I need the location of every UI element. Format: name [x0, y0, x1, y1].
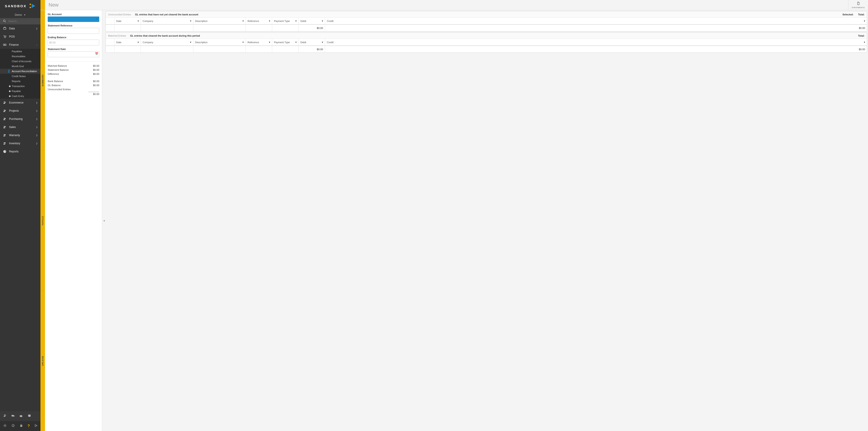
- nav-new-payable[interactable]: ✚Payable: [0, 89, 40, 94]
- nav-new-transaction[interactable]: ✚Transaction: [0, 84, 40, 89]
- stmt-date-label: Statement Date: [48, 48, 99, 51]
- help-icon[interactable]: ?: [28, 424, 30, 428]
- vtab-upload[interactable]: UPLOAD: [41, 291, 44, 431]
- filter-icon[interactable]: ▼: [269, 20, 271, 22]
- nav-finance[interactable]: Finance ⌄: [0, 41, 40, 49]
- matched-balance-label: Matched Balance: [48, 64, 67, 67]
- nav-projects[interactable]: Projects ❯: [0, 107, 40, 115]
- nav-account-reconciliation[interactable]: Account Reconciliation: [0, 69, 40, 74]
- nav-reports[interactable]: Reports: [0, 148, 40, 156]
- filter-icon[interactable]: ▼: [269, 41, 271, 43]
- users-icon: [3, 133, 7, 137]
- unreconciled-value: $0.00: [93, 93, 99, 95]
- svg-point-24: [4, 414, 5, 415]
- nav-inventory[interactable]: Inventory ❯: [0, 139, 40, 148]
- gl-account-dropdown[interactable]: [48, 17, 99, 22]
- col-company[interactable]: Company▼: [141, 18, 193, 24]
- difference-value: $0.00: [93, 72, 99, 75]
- filter-icon[interactable]: ▼: [242, 41, 244, 43]
- chevron-right-icon: ❯: [36, 27, 38, 30]
- logout-icon[interactable]: [34, 424, 38, 428]
- filter-icon[interactable]: ▼: [864, 20, 866, 22]
- filter-icon[interactable]: ▼: [137, 20, 139, 22]
- col-payment-type[interactable]: Payment Type▼: [272, 18, 299, 24]
- form-blank: [45, 98, 102, 431]
- vtab-summary[interactable]: SUMMARY: [41, 10, 44, 151]
- col-debit[interactable]: Debit▼: [299, 18, 325, 24]
- svg-point-31: [4, 425, 5, 426]
- cart-icon: [3, 35, 7, 38]
- statements-label: STATEMENTS: [852, 6, 865, 8]
- nav-data[interactable]: Data ❯: [0, 24, 40, 33]
- col-selector[interactable]: [106, 39, 114, 45]
- brand-logo: SANDBOX: [0, 0, 40, 12]
- col-reference[interactable]: Reference▼: [246, 39, 272, 45]
- stmt-date-input[interactable]: [48, 51, 99, 57]
- filter-icon[interactable]: ▼: [295, 41, 297, 43]
- col-credit[interactable]: Credit▼: [325, 39, 867, 45]
- statements-button[interactable]: STATEMENTS: [848, 0, 868, 10]
- nav-ecommerce[interactable]: Ecommerce ❯: [0, 99, 40, 107]
- nav-pos[interactable]: POS: [0, 33, 40, 41]
- brand-mark-icon: [28, 2, 36, 10]
- col-description[interactable]: Description▼: [193, 18, 246, 24]
- col-credit[interactable]: Credit▼: [325, 18, 867, 24]
- nav-reports-finance[interactable]: Reports: [0, 79, 40, 84]
- nav-warranty[interactable]: Warranty ❯: [0, 131, 40, 139]
- nav-month-end[interactable]: Month End: [0, 64, 40, 69]
- org-switcher[interactable]: Demo ▼: [0, 12, 40, 18]
- filter-icon[interactable]: ▼: [190, 20, 192, 22]
- search-icon: [3, 19, 6, 24]
- lock-icon[interactable]: [20, 424, 23, 428]
- filter-icon[interactable]: ▼: [321, 41, 323, 43]
- svg-point-20: [4, 134, 5, 135]
- bank-balance-value: $0.00: [93, 80, 99, 83]
- svg-point-9: [5, 37, 6, 38]
- col-company[interactable]: Company▼: [141, 39, 193, 45]
- calendar-icon[interactable]: 📅: [95, 52, 98, 55]
- difference-label: Difference: [48, 72, 59, 75]
- gear-icon[interactable]: [3, 424, 7, 428]
- col-payment-type[interactable]: Payment Type▼: [272, 39, 299, 45]
- sidebar-search[interactable]: [0, 18, 40, 24]
- vtab-totals[interactable]: TOTALS: [41, 151, 44, 291]
- nav-purchasing[interactable]: Purchasing ❯: [0, 115, 40, 123]
- nav-receivables[interactable]: Receivables: [0, 54, 40, 59]
- col-selector[interactable]: [106, 18, 114, 24]
- col-date[interactable]: Date▼: [114, 39, 141, 45]
- nav-label: Reports: [9, 150, 38, 153]
- filter-icon[interactable]: ▼: [137, 41, 139, 43]
- archive-icon[interactable]: [28, 414, 31, 418]
- ending-balance-input[interactable]: [48, 39, 99, 45]
- nav-sales[interactable]: Sales ❯: [0, 123, 40, 131]
- svg-point-11: [4, 44, 5, 45]
- users-icon: [3, 142, 7, 145]
- filter-icon[interactable]: ▼: [190, 41, 192, 43]
- factory-icon[interactable]: [20, 414, 23, 418]
- nav-new-cash-entry[interactable]: ✚Cash Entry: [0, 94, 40, 99]
- unreconciled-columns: Date▼ Company▼ Description▼ Reference▼ P…: [106, 18, 867, 24]
- collapse-panel-button[interactable]: ◀: [102, 10, 105, 431]
- stmt-ref-input[interactable]: [48, 28, 99, 34]
- col-description[interactable]: Description▼: [193, 39, 246, 45]
- truck-icon[interactable]: [11, 414, 15, 418]
- filter-icon[interactable]: ▼: [864, 41, 866, 43]
- nav-payables[interactable]: Payables: [0, 49, 40, 54]
- filter-icon[interactable]: ▼: [321, 20, 323, 22]
- nav-credit-notes[interactable]: Credit Notes: [0, 74, 40, 79]
- nav-chart-of-accounts[interactable]: Chart of Accounts: [0, 59, 40, 64]
- unreconciled-selected-label: Selected:: [842, 13, 854, 16]
- summary-form: GL Account Statement Reference Ending Ba…: [45, 10, 102, 62]
- group-icon[interactable]: [3, 414, 7, 418]
- nav-label: Sales: [9, 125, 34, 129]
- svg-rect-33: [20, 425, 22, 427]
- col-debit[interactable]: Debit▼: [299, 39, 325, 45]
- svg-point-14: [4, 110, 5, 111]
- clock-icon[interactable]: [11, 424, 15, 428]
- search-input[interactable]: [8, 20, 42, 23]
- svg-point-15: [5, 110, 6, 111]
- col-date[interactable]: Date▼: [114, 18, 141, 24]
- filter-icon[interactable]: ▼: [295, 20, 297, 22]
- filter-icon[interactable]: ▼: [242, 20, 244, 22]
- col-reference[interactable]: Reference▼: [246, 18, 272, 24]
